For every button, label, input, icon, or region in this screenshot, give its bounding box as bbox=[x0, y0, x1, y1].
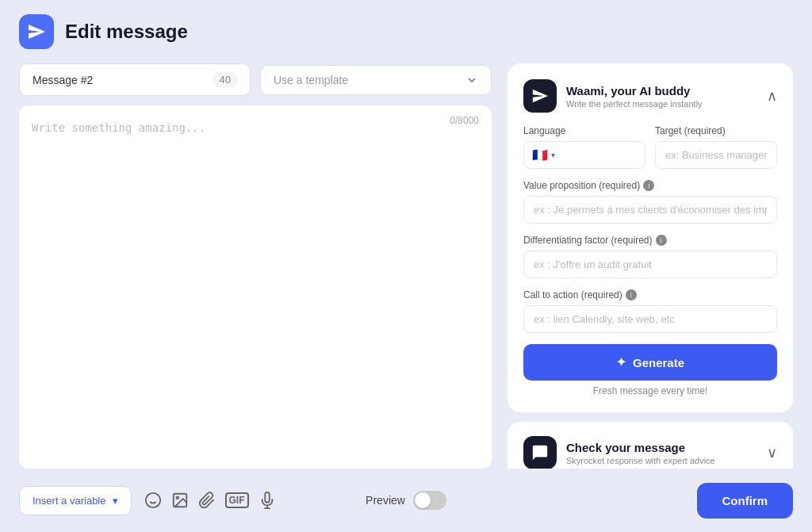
bottom-left: Insert a variable ▾ bbox=[19, 486, 276, 515]
page-title: Edit message bbox=[65, 21, 188, 43]
chevron-down-icon bbox=[465, 74, 478, 86]
value-proposition-input[interactable] bbox=[523, 196, 777, 224]
image-button[interactable] bbox=[171, 492, 189, 509]
check-card-expand-button[interactable]: ∨ bbox=[767, 444, 777, 461]
message-textarea[interactable] bbox=[32, 118, 479, 456]
generate-label: Generate bbox=[633, 356, 684, 369]
ai-card-info: Waami, your AI buddy Write the perfect m… bbox=[566, 84, 703, 109]
call-to-action-info-icon[interactable]: i bbox=[626, 289, 637, 300]
left-panel: Message #2 40 Use a template 0/8000 bbox=[19, 63, 492, 469]
check-card-left: Check your message Skyrocket response wi… bbox=[523, 436, 715, 469]
message-name-label: Message #2 bbox=[33, 74, 93, 86]
template-dropdown[interactable]: Use a template bbox=[260, 65, 492, 95]
ai-buddy-card: Waami, your AI buddy Write the perfect m… bbox=[508, 63, 793, 412]
svg-point-0 bbox=[145, 493, 159, 507]
value-proposition-label: Value proposition (required) i bbox=[523, 180, 777, 191]
gif-icon: GIF bbox=[225, 492, 249, 508]
value-proposition-info-icon[interactable]: i bbox=[643, 180, 654, 191]
differentiating-factor-input[interactable] bbox=[523, 251, 777, 278]
call-to-action-label: Call to action (required) i bbox=[523, 289, 777, 300]
ai-card-header: Waami, your AI buddy Write the perfect m… bbox=[523, 79, 777, 113]
main-layout: Message #2 40 Use a template 0/8000 bbox=[0, 63, 812, 469]
ai-card-subtitle: Write the perfect message instantly bbox=[566, 99, 703, 109]
emoji-button[interactable] bbox=[144, 492, 162, 509]
check-avatar bbox=[523, 436, 557, 469]
bottom-bar: Insert a variable ▾ bbox=[0, 469, 812, 532]
message-textarea-box: 0/8000 bbox=[19, 105, 492, 469]
template-placeholder: Use a template bbox=[274, 74, 348, 86]
check-card-title: Check your message bbox=[566, 441, 715, 454]
call-to-action-group: Call to action (required) i bbox=[523, 289, 777, 333]
check-card-info: Check your message Skyrocket response wi… bbox=[566, 441, 715, 465]
value-proposition-group: Value proposition (required) i bbox=[523, 180, 777, 224]
insert-variable-chevron-icon: ▾ bbox=[113, 495, 118, 507]
preview-toggle-group: Preview bbox=[366, 491, 446, 510]
toolbar-icons: GIF bbox=[144, 492, 276, 509]
differentiating-factor-info-icon[interactable]: i bbox=[656, 235, 667, 246]
right-panel: Waami, your AI buddy Write the perfect m… bbox=[508, 63, 793, 469]
ai-card-title: Waami, your AI buddy bbox=[566, 84, 703, 98]
char-counter: 0/8000 bbox=[450, 115, 479, 126]
check-card-subtitle: Skyrocket response with expert advice bbox=[566, 456, 715, 465]
attachment-button[interactable] bbox=[198, 492, 216, 509]
language-group: Language 🇫🇷 ▾ bbox=[523, 125, 645, 169]
target-input[interactable] bbox=[655, 141, 777, 169]
preview-label: Preview bbox=[366, 494, 405, 507]
generate-button[interactable]: ✦ Generate bbox=[523, 344, 777, 381]
confirm-button[interactable]: Confirm bbox=[697, 483, 794, 519]
flag-icon: 🇫🇷 bbox=[532, 147, 548, 163]
image-icon bbox=[171, 492, 189, 509]
differentiating-factor-label: Differentiating factor (required) i bbox=[523, 235, 777, 246]
language-chevron-icon: ▾ bbox=[551, 151, 555, 159]
generate-hint: Fresh message every time! bbox=[523, 385, 777, 396]
language-label: Language bbox=[523, 125, 645, 136]
mic-button[interactable] bbox=[259, 492, 276, 509]
toggle-thumb bbox=[415, 492, 431, 508]
message-name-box: Message #2 40 bbox=[19, 63, 251, 96]
top-controls: Message #2 40 Use a template bbox=[19, 63, 492, 96]
mic-icon bbox=[259, 492, 276, 509]
app-icon bbox=[19, 14, 54, 49]
insert-variable-button[interactable]: Insert a variable ▾ bbox=[19, 486, 132, 515]
ai-card-collapse-button[interactable]: ∧ bbox=[767, 87, 777, 105]
header: Edit message bbox=[0, 0, 812, 63]
svg-point-4 bbox=[176, 496, 178, 499]
generate-star-icon: ✦ bbox=[616, 355, 626, 369]
message-char-count: 40 bbox=[213, 72, 237, 87]
differentiating-factor-group: Differentiating factor (required) i bbox=[523, 235, 777, 278]
call-to-action-input[interactable] bbox=[523, 305, 777, 333]
ai-avatar bbox=[523, 79, 557, 113]
send-icon bbox=[27, 22, 46, 41]
language-selector[interactable]: 🇫🇷 ▾ bbox=[523, 141, 645, 169]
attachment-icon bbox=[198, 492, 216, 509]
emoji-icon bbox=[144, 492, 162, 509]
ai-card-header-left: Waami, your AI buddy Write the perfect m… bbox=[523, 79, 703, 113]
target-group: Target (required) bbox=[655, 125, 777, 169]
ai-icon bbox=[531, 87, 549, 105]
language-target-row: Language 🇫🇷 ▾ Target (required) bbox=[523, 125, 777, 169]
gif-button[interactable]: GIF bbox=[225, 492, 249, 508]
preview-toggle[interactable] bbox=[413, 491, 446, 510]
insert-variable-label: Insert a variable bbox=[33, 495, 106, 507]
target-label: Target (required) bbox=[655, 125, 777, 136]
check-icon bbox=[531, 444, 549, 461]
